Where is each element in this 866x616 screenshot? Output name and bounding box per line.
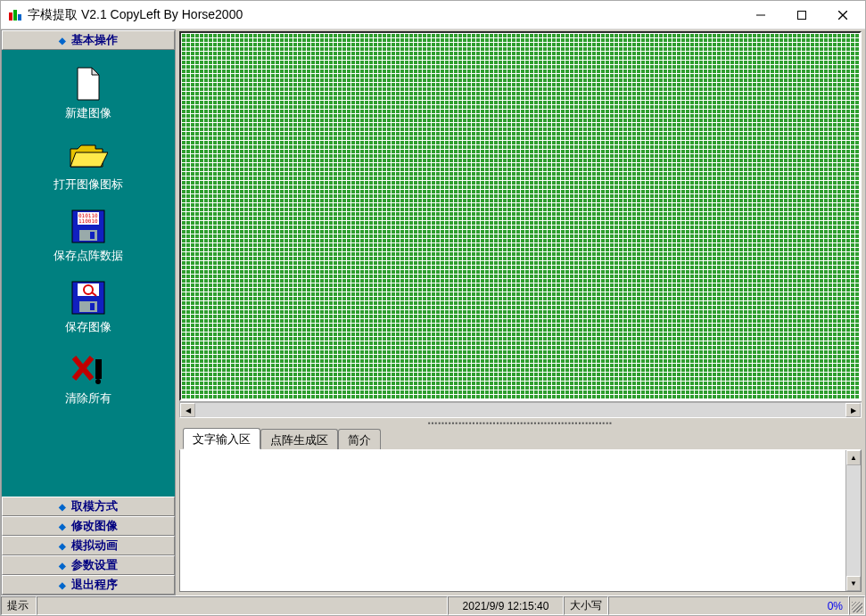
- sidebar-btn-label: 修改图像: [71, 518, 118, 534]
- floppy-disk-icon: [67, 280, 110, 316]
- tab-content: ▲ ▼: [179, 449, 862, 592]
- window-title: 字模提取 V2.1 CopyLeft By Horse2000: [28, 7, 740, 23]
- title-bar: 字模提取 V2.1 CopyLeft By Horse2000: [1, 1, 865, 29]
- tab-about[interactable]: 简介: [338, 429, 381, 450]
- tab-dotmatrix-output[interactable]: 点阵生成区: [260, 429, 338, 450]
- text-input-area[interactable]: [180, 450, 845, 591]
- sidebar-btn-param-settings[interactable]: ◆参数设置: [2, 555, 175, 575]
- sidebar-item-label: 保存图像: [65, 319, 111, 335]
- tab-text-input[interactable]: 文字输入区: [183, 428, 260, 449]
- scroll-left-arrow-icon[interactable]: ◀: [180, 403, 195, 417]
- tabs-area: 文字输入区 点阵生成区 简介 ▲ ▼: [176, 426, 865, 595]
- tab-label: 文字输入区: [193, 432, 251, 446]
- svg-rect-2: [18, 14, 21, 21]
- sidebar-btn-label: 退出程序: [71, 577, 118, 593]
- sidebar-btn-extract-mode[interactable]: ◆取模方式: [2, 497, 175, 516]
- sidebar: ◆ 基本操作 新建图像 打开图像图标: [1, 29, 176, 595]
- maximize-button[interactable]: [781, 2, 822, 29]
- content-area: ◆ 基本操作 新建图像 打开图像图标: [1, 29, 865, 595]
- svg-point-26: [95, 379, 101, 384]
- resize-grip-icon[interactable]: [849, 596, 865, 615]
- sidebar-header-basic[interactable]: ◆ 基本操作: [2, 30, 175, 50]
- horizontal-scrollbar[interactable]: ◀ ▶: [179, 402, 862, 418]
- pixel-grid: [181, 33, 860, 399]
- sidebar-bottom-menu: ◆取模方式 ◆修改图像 ◆模拟动画 ◆参数设置 ◆退出程序: [2, 497, 175, 595]
- sidebar-item-save-dotmatrix[interactable]: 010110110010 保存点阵数据: [54, 205, 123, 273]
- svg-rect-1: [13, 10, 17, 21]
- sidebar-item-open-image[interactable]: 打开图像图标: [54, 134, 123, 201]
- canvas-hscroll-row: ◀ ▶: [179, 401, 862, 417]
- diamond-icon: ◆: [59, 36, 66, 45]
- sidebar-items: 新建图像 打开图像图标 010110110010 保存点阵数据: [2, 50, 175, 497]
- svg-marker-10: [70, 152, 108, 167]
- floppy-binary-icon: 010110110010: [67, 209, 110, 244]
- scroll-up-arrow-icon[interactable]: ▲: [846, 450, 861, 465]
- svg-rect-25: [95, 359, 102, 379]
- sidebar-item-clear-all[interactable]: 清除所有: [65, 348, 111, 415]
- status-hint-text: [37, 596, 448, 615]
- diamond-icon: ◆: [59, 541, 66, 551]
- diamond-icon: ◆: [59, 580, 66, 590]
- minimize-button[interactable]: [740, 2, 781, 29]
- pixel-canvas[interactable]: [179, 31, 862, 401]
- svg-marker-8: [92, 68, 99, 75]
- scroll-right-arrow-icon[interactable]: ▶: [845, 403, 861, 417]
- vertical-scrollbar[interactable]: ▲ ▼: [845, 450, 861, 591]
- svg-rect-16: [90, 232, 95, 239]
- sidebar-item-save-image[interactable]: 保存图像: [65, 276, 111, 344]
- status-bar: 提示 2021/9/9 12:15:40 大小写 0%: [1, 595, 865, 615]
- svg-rect-0: [9, 12, 12, 21]
- tab-label: 简介: [348, 433, 371, 447]
- vertical-splitter[interactable]: ▪▪▪▪▪▪▪▪▪▪▪▪▪▪▪▪▪▪▪▪▪▪▪▪▪▪▪▪▪▪▪▪▪▪▪▪▪▪▪▪…: [176, 419, 865, 426]
- folder-open-icon: [67, 137, 110, 173]
- svg-rect-22: [90, 303, 95, 310]
- sidebar-btn-label: 参数设置: [71, 557, 118, 573]
- sidebar-header-label: 基本操作: [71, 32, 118, 48]
- sidebar-btn-simulate-anim[interactable]: ◆模拟动画: [2, 536, 175, 555]
- sidebar-btn-label: 取模方式: [71, 498, 118, 514]
- scroll-down-arrow-icon[interactable]: ▼: [846, 576, 861, 591]
- tab-label: 点阵生成区: [270, 433, 328, 447]
- tab-strip: 文字输入区 点阵生成区 简介: [179, 428, 862, 449]
- diamond-icon: ◆: [59, 522, 66, 531]
- new-file-icon: [67, 66, 110, 102]
- sidebar-btn-label: 模拟动画: [71, 538, 118, 554]
- status-datetime: 2021/9/9 12:15:40: [448, 596, 564, 615]
- app-window: 字模提取 V2.1 CopyLeft By Horse2000 ◆ 基本操作 新…: [0, 0, 866, 616]
- svg-text:110010: 110010: [78, 218, 98, 224]
- sidebar-item-label: 保存点阵数据: [54, 248, 123, 264]
- status-hint-label: 提示: [1, 596, 37, 615]
- sidebar-item-label: 新建图像: [65, 105, 111, 121]
- sidebar-item-label: 打开图像图标: [54, 177, 123, 193]
- sidebar-item-label: 清除所有: [65, 390, 111, 407]
- diamond-icon: ◆: [59, 502, 66, 512]
- svg-rect-4: [798, 11, 806, 19]
- main-panel: ◀ ▶ ▪▪▪▪▪▪▪▪▪▪▪▪▪▪▪▪▪▪▪▪▪▪▪▪▪▪▪▪▪▪▪▪▪▪▪▪…: [176, 29, 865, 595]
- diamond-icon: ◆: [59, 561, 66, 571]
- sidebar-item-new-image[interactable]: 新建图像: [65, 62, 111, 130]
- canvas-area: ◀ ▶: [176, 29, 865, 419]
- status-progress: 0%: [608, 596, 849, 615]
- app-icon: [8, 8, 22, 22]
- sidebar-btn-modify-image[interactable]: ◆修改图像: [2, 516, 175, 536]
- sidebar-btn-exit[interactable]: ◆退出程序: [2, 575, 175, 595]
- status-caps: 大小写: [564, 596, 608, 615]
- close-button[interactable]: [822, 2, 863, 29]
- delete-x-icon: [67, 351, 110, 387]
